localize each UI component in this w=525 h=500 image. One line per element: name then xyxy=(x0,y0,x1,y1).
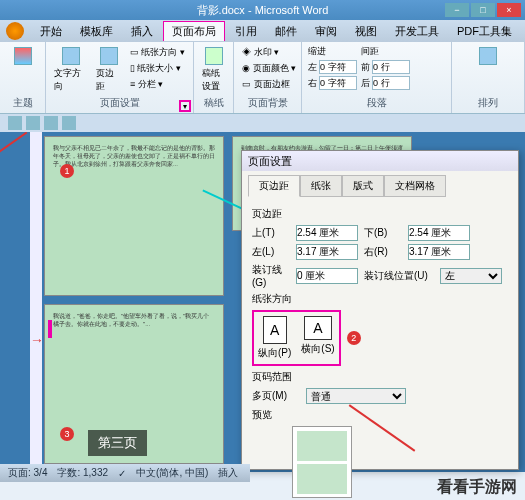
office-orb-icon[interactable] xyxy=(6,22,24,40)
page-border-button[interactable]: ▭ 页面边框 xyxy=(240,77,295,92)
tab-pdf-tools[interactable]: PDF工具集 xyxy=(449,22,520,41)
margins-icon xyxy=(100,47,118,65)
size-button[interactable]: ▯ 纸张大小 ▾ xyxy=(128,61,187,76)
margin-right-label: 右(R) xyxy=(364,245,402,259)
tab-developer[interactable]: 开发工具 xyxy=(387,22,447,41)
group-theme: 主题 xyxy=(0,42,46,113)
image-watermark: 看看手游网 xyxy=(437,477,517,498)
margins-section-label: 页边距 xyxy=(252,207,508,221)
margin-left-label: 左(L) xyxy=(252,245,290,259)
gutter-label: 装订线(G) xyxy=(252,263,290,288)
ribbon: 主题 文字方向 页边距 ▭ 纸张方向 ▾ ▯ 纸张大小 ▾ ≡ 分栏 ▾ 页面设… xyxy=(0,42,525,114)
group-page-setup-label: 页面设置 xyxy=(52,96,187,110)
tab-view[interactable]: 视图 xyxy=(347,22,385,41)
group-manuscript: 稿纸设置 稿纸 xyxy=(194,42,234,113)
dialog-tab-layout[interactable]: 版式 xyxy=(342,175,384,197)
status-words[interactable]: 字数: 1,332 xyxy=(57,466,108,480)
qa-print-icon[interactable] xyxy=(62,116,76,130)
dialog-tab-margins[interactable]: 页边距 xyxy=(248,175,300,197)
margin-top-input[interactable] xyxy=(296,225,358,241)
page-setup-dialog: 页面设置 页边距 纸张 版式 文档网格 页边距 上(T) 下(B) 左(L) 右… xyxy=(241,150,519,470)
qa-undo-icon[interactable] xyxy=(26,116,40,130)
orientation-section-label: 纸张方向 xyxy=(252,292,508,306)
status-page[interactable]: 页面: 3/4 xyxy=(8,466,47,480)
margin-top-label: 上(T) xyxy=(252,226,290,240)
landscape-label: 横向(S) xyxy=(301,342,334,356)
multi-pages-label: 多页(M) xyxy=(252,389,300,403)
dialog-tab-grid[interactable]: 文档网格 xyxy=(384,175,446,197)
orientation-portrait-button[interactable]: A 纵向(P) xyxy=(258,316,291,360)
multi-pages-select[interactable]: 普通 xyxy=(306,388,406,404)
themes-button[interactable] xyxy=(6,45,39,67)
group-arrange: 排列 xyxy=(452,42,525,113)
window-controls: − □ × xyxy=(445,3,521,17)
margin-bottom-input[interactable] xyxy=(408,225,470,241)
page-color-button[interactable]: ◉ 页面颜色 ▾ xyxy=(240,61,295,76)
tab-insert[interactable]: 插入 xyxy=(123,22,161,41)
annotation-badge-1: 1 xyxy=(60,164,74,178)
dialog-tab-paper[interactable]: 纸张 xyxy=(300,175,342,197)
group-arrange-label: 排列 xyxy=(458,96,518,110)
preview-section-label: 预览 xyxy=(252,408,508,422)
orientation-button[interactable]: ▭ 纸张方向 ▾ xyxy=(128,45,187,60)
preview-page-icon xyxy=(297,431,347,461)
margin-left-input[interactable] xyxy=(296,244,358,260)
quick-access-toolbar xyxy=(0,114,525,132)
tab-mailings[interactable]: 邮件 xyxy=(267,22,305,41)
orientation-landscape-button[interactable]: A 横向(S) xyxy=(301,316,334,360)
minimize-button[interactable]: − xyxy=(445,3,469,17)
page-3-label: 第三页 xyxy=(88,430,147,456)
page-border-icon: ▭ xyxy=(242,79,251,89)
arrange-button[interactable] xyxy=(458,45,518,67)
red-arrow-left-icon: → xyxy=(30,332,44,348)
text-direction-label: 文字方向 xyxy=(54,67,88,93)
indent-right-input[interactable] xyxy=(319,76,357,90)
tab-templates[interactable]: 模板库 xyxy=(72,22,121,41)
gutter-pos-label: 装订线位置(U) xyxy=(364,269,434,283)
arrange-icon xyxy=(479,47,497,65)
close-button[interactable]: × xyxy=(497,3,521,17)
spacing-after-label: 后 xyxy=(361,77,370,90)
annotation-badge-2: 2 xyxy=(347,331,361,345)
qa-save-icon[interactable] xyxy=(8,116,22,130)
margins-button[interactable]: 页边距 xyxy=(94,45,124,95)
maximize-button[interactable]: □ xyxy=(471,3,495,17)
gutter-pos-select[interactable]: 左 xyxy=(440,268,502,284)
margin-right-input[interactable] xyxy=(408,244,470,260)
status-check-icon[interactable]: ✓ xyxy=(118,468,126,479)
spacing-before-input[interactable] xyxy=(372,60,410,74)
spacing-label: 间距 xyxy=(361,45,410,58)
status-bar: 页面: 3/4 字数: 1,332 ✓ 中文(简体, 中国) 插入 xyxy=(0,464,250,482)
themes-icon xyxy=(14,47,32,65)
size-icon: ▯ xyxy=(130,63,135,73)
group-manuscript-label: 稿纸 xyxy=(200,96,227,110)
tab-page-layout[interactable]: 页面布局 xyxy=(163,21,225,41)
pages-section-label: 页码范围 xyxy=(252,370,508,384)
orientation-options: A 纵向(P) A 横向(S) xyxy=(252,310,341,366)
tab-references[interactable]: 引用 xyxy=(227,22,265,41)
tab-home[interactable]: 开始 xyxy=(32,22,70,41)
indent-left-input[interactable] xyxy=(319,60,357,74)
window-title: 背影.docx - Microsoft Word xyxy=(197,3,329,18)
watermark-icon: ◈ xyxy=(242,47,251,57)
qa-redo-icon[interactable] xyxy=(44,116,58,130)
page-setup-dialog-launcher[interactable]: ▾ xyxy=(179,100,191,112)
columns-button[interactable]: ≡ 分栏 ▾ xyxy=(128,77,187,92)
text-direction-button[interactable]: 文字方向 xyxy=(52,45,90,95)
status-mode[interactable]: 插入 xyxy=(218,466,238,480)
watermark-button[interactable]: ◈ 水印 ▾ xyxy=(240,45,295,60)
group-page-background-label: 页面背景 xyxy=(240,96,295,110)
page-color-icon: ◉ xyxy=(242,63,250,73)
insertion-cursor xyxy=(48,320,52,338)
status-language[interactable]: 中文(简体, 中国) xyxy=(136,466,208,480)
dialog-title: 页面设置 xyxy=(242,151,518,171)
preview-box xyxy=(292,426,352,498)
manuscript-button[interactable]: 稿纸设置 xyxy=(200,45,227,95)
spacing-before-label: 前 xyxy=(361,61,370,74)
preview-page-icon xyxy=(297,464,347,494)
tab-review[interactable]: 审阅 xyxy=(307,22,345,41)
spacing-after-input[interactable] xyxy=(372,76,410,90)
dialog-tabs: 页边距 纸张 版式 文档网格 xyxy=(242,171,518,197)
group-page-setup: 文字方向 页边距 ▭ 纸张方向 ▾ ▯ 纸张大小 ▾ ≡ 分栏 ▾ 页面设置 ▾ xyxy=(46,42,194,113)
gutter-input[interactable] xyxy=(296,268,358,284)
